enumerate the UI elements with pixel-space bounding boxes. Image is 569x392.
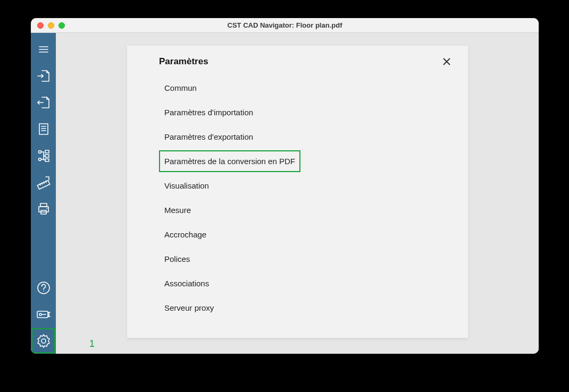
window-body: 2 Paramètres Commun Paramètres d'importa… [31, 33, 539, 354]
help-icon [36, 280, 51, 295]
content-area: 2 Paramètres Commun Paramètres d'importa… [56, 33, 539, 354]
license-button[interactable] [31, 301, 56, 328]
measure-button[interactable] [31, 169, 56, 195]
maximize-window-button[interactable] [58, 22, 65, 29]
license-key-icon [36, 308, 52, 321]
settings-item-visualisation[interactable]: Visualisation [159, 175, 297, 197]
settings-item-fonts[interactable]: Polices [159, 248, 297, 270]
gear-icon [36, 333, 52, 349]
minimize-window-button[interactable] [48, 22, 54, 29]
app-window: CST CAD Navigator: Floor plan.pdf [31, 18, 539, 354]
export-button[interactable] [31, 89, 56, 116]
import-file-icon [36, 69, 51, 83]
settings-item-measure[interactable]: Mesure [159, 199, 297, 221]
titlebar: CST CAD Navigator: Floor plan.pdf [31, 18, 539, 33]
sidebar [31, 33, 56, 354]
traffic-lights [31, 22, 65, 29]
document-icon [37, 122, 51, 136]
panel-title: Paramètres [159, 56, 208, 67]
settings-item-pdf-conversion[interactable]: Paramètres de la conversion en PDF [159, 150, 300, 172]
panel-header: Paramètres [127, 46, 468, 70]
svg-rect-10 [45, 155, 49, 157]
svg-point-25 [41, 339, 46, 343]
document-button[interactable] [31, 116, 56, 142]
settings-button[interactable] [31, 328, 55, 353]
settings-panel: Paramètres Commun Paramètres d'importati… [127, 46, 468, 338]
close-window-button[interactable] [37, 22, 44, 29]
structure-button[interactable] [31, 142, 56, 169]
help-button[interactable] [31, 275, 56, 301]
settings-item-snap[interactable]: Accrochage [159, 224, 297, 245]
settings-item-associations[interactable]: Associations [159, 272, 297, 294]
svg-rect-11 [45, 159, 49, 161]
settings-item-proxy[interactable]: Serveur proxy [159, 297, 297, 319]
svg-point-19 [46, 208, 47, 209]
window-title: CST CAD Navigator: Floor plan.pdf [31, 21, 539, 29]
ruler-icon [36, 175, 51, 190]
annotation-1: 1 [89, 338, 95, 350]
tree-structure-icon [36, 148, 51, 163]
printer-icon [36, 201, 51, 216]
hamburger-icon [37, 43, 50, 56]
export-file-icon [36, 95, 51, 110]
svg-point-21 [43, 291, 44, 292]
close-panel-button[interactable] [440, 55, 453, 68]
settings-list: Commun Paramètres d'importation Paramètr… [127, 70, 468, 320]
print-button[interactable] [31, 195, 56, 222]
settings-item-common[interactable]: Commun [159, 77, 297, 99]
svg-point-23 [39, 313, 41, 316]
svg-point-20 [38, 282, 49, 294]
svg-rect-17 [40, 203, 47, 207]
close-icon [442, 57, 451, 66]
svg-rect-3 [39, 124, 48, 134]
svg-rect-9 [45, 150, 49, 153]
settings-item-import[interactable]: Paramètres d'importation [159, 101, 297, 123]
settings-item-export[interactable]: Paramètres d'exportation [159, 126, 297, 148]
menu-button[interactable] [31, 36, 56, 63]
import-button[interactable] [31, 63, 56, 89]
